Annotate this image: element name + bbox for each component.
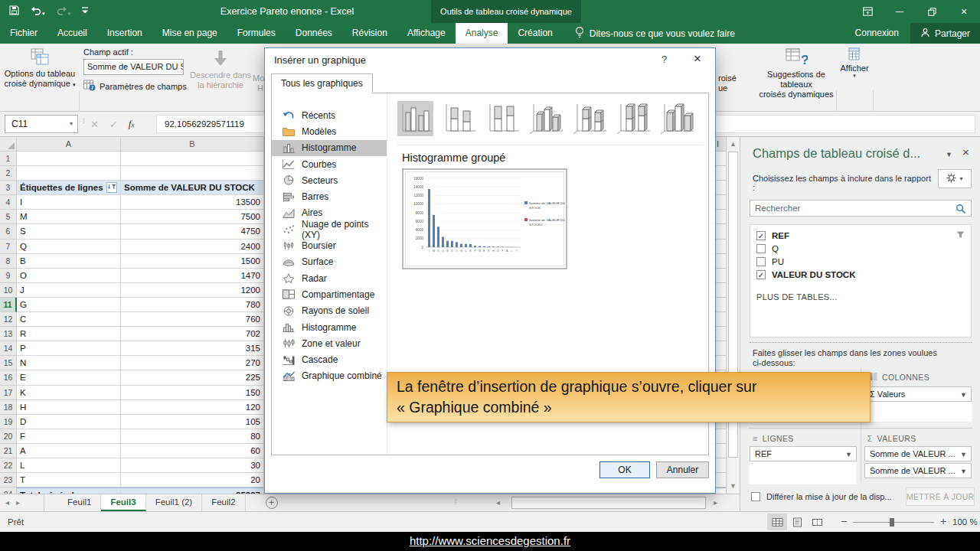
cell-B17[interactable]: 150: [121, 386, 264, 400]
tab-analyse[interactable]: Analyse: [456, 23, 508, 44]
cell-A11[interactable]: G: [17, 298, 121, 312]
chart-type-histogramme-2[interactable]: Histogramme: [272, 140, 387, 156]
save-icon[interactable]: [9, 5, 19, 18]
cell-A19[interactable]: D: [17, 415, 121, 429]
cell-A5[interactable]: M: [17, 210, 121, 224]
customize-quick-access-icon[interactable]: [81, 6, 89, 17]
tell-me-box[interactable]: Dites-nous ce que vous voulez faire: [575, 23, 735, 44]
scroll-down-icon[interactable]: ▼: [727, 482, 740, 490]
row-header-9[interactable]: 9: [0, 269, 17, 283]
tab-accueil[interactable]: Accueil: [47, 23, 97, 44]
valeurs-field-chip-1[interactable]: Somme de VALEUR ...▼: [864, 446, 972, 461]
histogramme-groupe-thumbnail[interactable]: [397, 101, 433, 136]
field-checkbox[interactable]: ✓: [756, 270, 766, 279]
field-checkbox[interactable]: ✓: [756, 231, 766, 240]
histogramme-empile-thumbnail[interactable]: [441, 101, 477, 136]
cell-A20[interactable]: F: [17, 429, 121, 444]
cell-A6[interactable]: S: [17, 224, 121, 239]
sheet-tab-feuil1-2-[interactable]: Feuil1 (2): [146, 494, 203, 511]
chart-type-rayons-de-soleil-12[interactable]: Rayons de soleil: [272, 303, 387, 319]
valeurs-field-chip-2[interactable]: Somme de VALEUR ...▼: [864, 463, 972, 478]
cell-B9[interactable]: 1470: [121, 269, 264, 283]
cell-B3[interactable]: Somme de VALEUR DU STOCK: [121, 181, 264, 195]
field-row-ref[interactable]: ✓REF: [750, 229, 971, 242]
histogramme-3d-empile-100-thumbnail[interactable]: [616, 101, 652, 136]
lignes-field-chip[interactable]: REF▼: [750, 446, 857, 461]
cell-A22[interactable]: L: [17, 458, 121, 473]
row-header-22[interactable]: 22: [0, 458, 17, 473]
dialog-help-icon[interactable]: ?: [662, 54, 667, 65]
field-row-pu[interactable]: PU: [750, 255, 971, 268]
row-header-19[interactable]: 19: [0, 415, 17, 429]
row-header-10[interactable]: 10: [0, 283, 17, 298]
field-checkbox[interactable]: [756, 244, 766, 253]
scroll-up-icon[interactable]: ▲: [727, 140, 740, 148]
close-button[interactable]: ×: [948, 0, 980, 23]
tab-affichage[interactable]: Affichage: [397, 23, 456, 44]
chart-type-secteurs-4[interactable]: Secteurs: [272, 172, 387, 188]
row-header-16[interactable]: 16: [0, 370, 17, 385]
sheet-next-icon[interactable]: ▸: [15, 494, 25, 511]
colonnes-field-chip[interactable]: Σ Valeurs▼: [864, 386, 972, 402]
row-header-14[interactable]: 14: [0, 341, 17, 356]
cell-B15[interactable]: 270: [121, 356, 264, 370]
chart-type-compartimentage-11[interactable]: Compartimentage: [272, 286, 387, 302]
cell-B13[interactable]: 702: [121, 327, 264, 341]
chart-type-barres-5[interactable]: Barres: [272, 188, 387, 204]
more-tables-link[interactable]: PLUS DE TABLES...: [750, 292, 971, 302]
cell-B23[interactable]: 20: [121, 473, 264, 487]
tabbar-splitter[interactable]: ⁞: [455, 499, 457, 505]
cell-B12[interactable]: 760: [121, 312, 264, 327]
cell-A7[interactable]: Q: [17, 240, 121, 254]
row-header-18[interactable]: 18: [0, 400, 17, 415]
row-header-3[interactable]: 3: [0, 181, 17, 195]
parametres-champs-button[interactable]: i Paramètres de champs: [83, 80, 187, 93]
cell-B20[interactable]: 80: [121, 429, 264, 444]
cell-A10[interactable]: J: [17, 283, 121, 298]
chart-type-graphique-combin--16[interactable]: Graphique combiné: [272, 368, 387, 384]
mettre-a-jour-button[interactable]: METTRE À JOUR: [906, 487, 975, 506]
column-header-A[interactable]: A: [17, 137, 121, 152]
cell-A13[interactable]: R: [17, 327, 121, 341]
pivot-filter-icon[interactable]: [106, 182, 117, 193]
sheet-tab-feuil3[interactable]: Feuil3: [101, 494, 145, 511]
chart-type-nuage-de-points-xy--7[interactable]: Nuage de points (XY): [272, 221, 387, 237]
normal-view-icon[interactable]: [767, 514, 787, 530]
filter-funnel-icon[interactable]: [956, 231, 965, 240]
row-header-8[interactable]: 8: [0, 254, 17, 269]
row-header-23[interactable]: 23: [0, 473, 17, 487]
row-header-7[interactable]: 7: [0, 240, 17, 254]
cell-A23[interactable]: T: [17, 473, 121, 487]
cell-A16[interactable]: E: [17, 370, 121, 385]
new-sheet-button[interactable]: +: [266, 497, 278, 509]
tab-révision[interactable]: Révision: [342, 23, 397, 44]
undo-icon[interactable]: ▾: [30, 6, 45, 18]
tab-tous-les-graphiques[interactable]: Tous les graphiques: [271, 73, 373, 93]
cell-B10[interactable]: 1200: [121, 283, 264, 298]
zoom-slider-thumb[interactable]: [890, 518, 894, 527]
chart-preview-tile[interactable]: 0200040006000800010000120001400016000IMS…: [402, 168, 567, 269]
row-header-15[interactable]: 15: [0, 356, 17, 370]
connexion-button[interactable]: Connexion: [844, 23, 910, 44]
cell-A8[interactable]: B: [17, 254, 121, 269]
chart-type-histogramme-13[interactable]: Histogramme: [272, 319, 387, 335]
row-header-13[interactable]: 13: [0, 327, 17, 341]
redo-icon[interactable]: ▾: [56, 6, 71, 18]
row-header-5[interactable]: 5: [0, 210, 17, 224]
chart-type-mod-les-1[interactable]: Modèles: [272, 123, 387, 139]
cancel-entry-icon[interactable]: ✕: [90, 119, 99, 130]
horizontal-scrollbar[interactable]: [508, 497, 710, 509]
field-row-q[interactable]: Q: [750, 242, 971, 255]
histogramme-3d-thumbnail[interactable]: [659, 101, 695, 136]
row-header-2[interactable]: 2: [0, 166, 17, 181]
cell-B7[interactable]: 2400: [121, 240, 264, 254]
ok-button[interactable]: OK: [599, 461, 650, 478]
name-box[interactable]: C11▾: [5, 115, 78, 133]
tab-formules[interactable]: Formules: [227, 23, 286, 44]
cell-A24[interactable]: Total général: [17, 487, 121, 494]
row-header-24[interactable]: 24: [0, 487, 17, 494]
chart-type-r-cents-0[interactable]: Récents: [272, 107, 387, 123]
pane-options-icon[interactable]: ▼: [946, 151, 952, 158]
vertical-scrollbar[interactable]: ▲ ▼: [726, 137, 740, 494]
cell-A2[interactable]: [17, 166, 121, 181]
